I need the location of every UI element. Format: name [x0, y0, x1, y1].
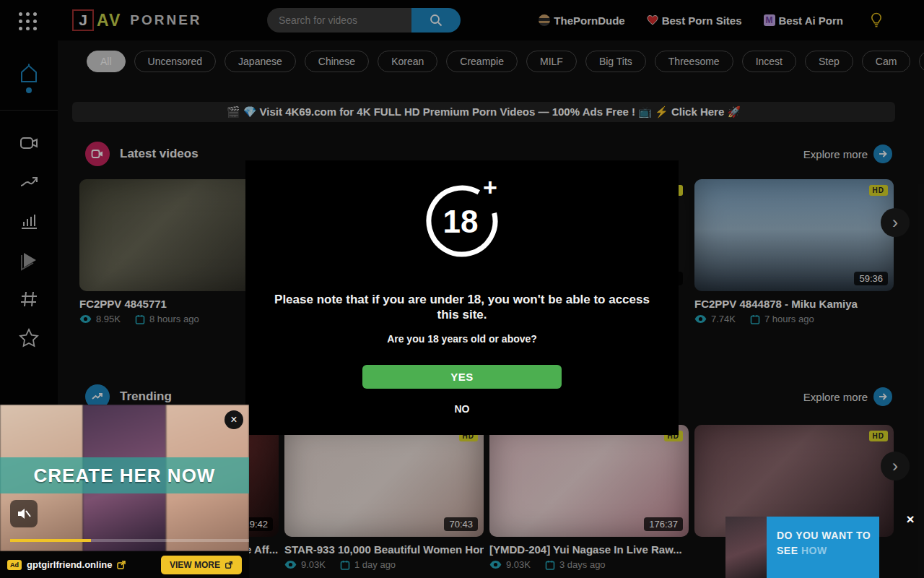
no-button[interactable]: NO: [455, 403, 470, 415]
ad-progress-bar[interactable]: [10, 539, 249, 542]
video-ad[interactable]: CREATE HER NOW × Ad gptgirlfriend.online…: [0, 405, 249, 578]
ad-thumbnail-placeholder: [725, 517, 767, 578]
muted-speaker-icon: [16, 506, 32, 522]
ad-domain-link[interactable]: gptgirlfriend.online: [27, 559, 112, 570]
ad-banner-band: CREATE HER NOW: [0, 457, 249, 493]
ad-close-button[interactable]: ×: [901, 510, 920, 529]
ad-info-bar: Ad gptgirlfriend.online VIEW MORE: [0, 551, 249, 578]
ad-video-placeholder: CREATE HER NOW ×: [0, 405, 249, 551]
ad-label-badge: Ad: [7, 560, 22, 570]
bottom-right-ad[interactable]: DO YOU WANT TO SEE HOW: [725, 517, 879, 578]
ad-text-line1: DO YOU WANT TO: [777, 530, 871, 541]
external-link-icon: [225, 561, 233, 569]
external-link-icon: [116, 560, 126, 570]
view-more-label: VIEW MORE: [170, 560, 220, 570]
age-verification-modal: 18 + Please note that if you are under 1…: [245, 160, 679, 435]
svg-text:+: +: [483, 176, 497, 201]
yes-button[interactable]: YES: [362, 365, 562, 389]
ad-close-button[interactable]: ×: [225, 410, 243, 429]
ad-text-line2: SEE: [777, 545, 798, 556]
app-root: J AV PORNER ThePornDude Best Porn Sites …: [0, 0, 924, 578]
ad-text-faded: HOW: [801, 545, 827, 556]
ad-text: DO YOU WANT TO SEE HOW: [767, 517, 878, 578]
ad-progress-fill: [10, 539, 91, 542]
mute-button[interactable]: [10, 500, 38, 527]
age-warning-text: Please note that if you are under 18, yo…: [270, 292, 654, 323]
svg-text:18: 18: [443, 204, 479, 239]
ad-banner-text: CREATE HER NOW: [34, 465, 216, 487]
age-question-text: Are you 18 years old or above?: [245, 333, 679, 345]
age-18-plus-icon: 18 +: [419, 176, 505, 263]
view-more-button[interactable]: VIEW MORE: [161, 556, 242, 574]
